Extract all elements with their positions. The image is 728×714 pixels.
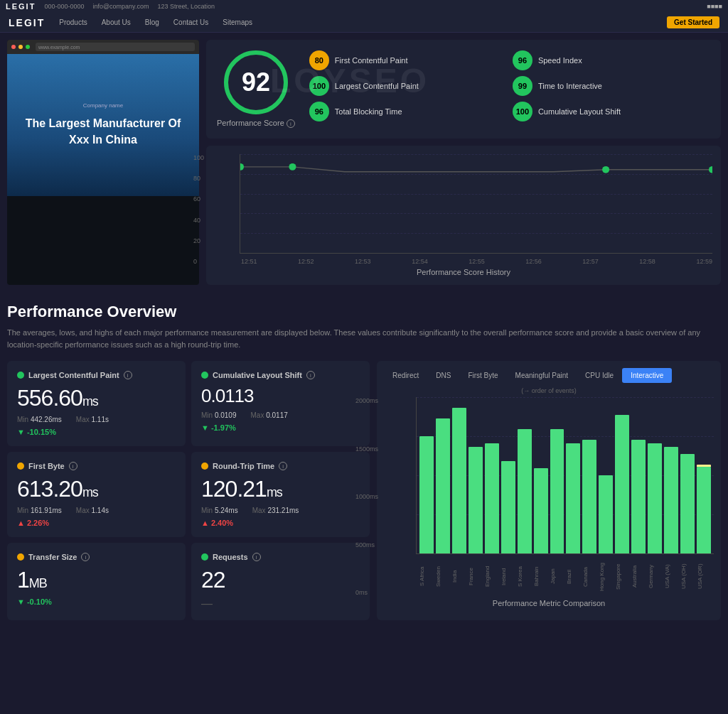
x-label-canada: Canada bbox=[582, 557, 596, 596]
bar-australia bbox=[631, 440, 646, 553]
tbt-badge: 96 bbox=[309, 102, 329, 121]
cta-button[interactable]: Get Started bbox=[667, 16, 719, 28]
svg-point-1 bbox=[289, 163, 296, 171]
card-title-lcp: Largest Contentful Paint bbox=[28, 371, 119, 379]
metric-cls: 100 Cumulative Layout Shift bbox=[513, 102, 710, 121]
phone: 000-000-0000 bbox=[44, 3, 84, 10]
fcp-label: First Contentful Paint bbox=[335, 56, 408, 65]
card-value-req: 22 bbox=[201, 567, 360, 593]
bar-germany bbox=[648, 443, 662, 553]
x-label-brazil: Brazil bbox=[566, 557, 580, 596]
card-info-cls[interactable]: i bbox=[306, 371, 315, 379]
si-badge: 96 bbox=[513, 50, 532, 70]
bar-usa-oh bbox=[680, 454, 695, 553]
bar-chart-container: 2000ms 1500ms 1000ms 500ms 0ms bbox=[384, 397, 714, 596]
x-label-s-korea: S Korea bbox=[517, 557, 531, 596]
card-fb: First Byte i 613.20ms Min 161.91ms Max 1… bbox=[7, 452, 186, 537]
lcp-badge: 100 bbox=[309, 76, 329, 96]
card-req: Requests i 22 — bbox=[191, 543, 370, 620]
card-dot-rtt bbox=[201, 463, 208, 470]
metric-fcp: 80 First Contentful Paint bbox=[309, 50, 507, 70]
metrics-grid: 80 First Contentful Paint 96 Speed Index… bbox=[309, 50, 710, 121]
cls-badge: 100 bbox=[513, 102, 532, 121]
card-change-lcp: ▼ -10.15% bbox=[17, 428, 176, 436]
comparison-chart: Redirect DNS First Byte Meaningful Paint… bbox=[377, 361, 721, 620]
card-value-lcp: 556.60ms bbox=[17, 385, 176, 411]
x-label-sweden: Sweden bbox=[435, 557, 449, 596]
bar-brazil bbox=[566, 443, 580, 553]
card-cls: Cumulative Layout Shift i 0.0113 Min 0.0… bbox=[191, 361, 370, 446]
card-value-fb: 613.20ms bbox=[17, 476, 176, 502]
score-history-chart: 100 80 60 40 20 0 bbox=[206, 146, 721, 285]
card-change-ts: ▼ -0.10% bbox=[17, 597, 176, 606]
bar-england bbox=[485, 443, 499, 553]
card-change-req: — bbox=[201, 597, 360, 610]
bar-y-labels: 2000ms 1500ms 1000ms 500ms 0ms bbox=[355, 397, 378, 596]
top-bar: LEGIT 000-000-0000 info@company.com 123 … bbox=[0, 0, 728, 13]
x-label-singapore: Singapore bbox=[615, 557, 629, 596]
bar-usa-va bbox=[664, 447, 678, 553]
nav-blog[interactable]: Blog bbox=[145, 18, 159, 26]
card-info-lcp[interactable]: i bbox=[124, 371, 132, 379]
nav-about[interactable]: About Us bbox=[102, 18, 131, 26]
perf-overview: Performance Overview The averages, lows,… bbox=[0, 292, 728, 350]
tab-first-byte[interactable]: First Byte bbox=[459, 368, 506, 383]
card-info-req[interactable]: i bbox=[252, 553, 261, 561]
tab-redirect[interactable]: Redirect bbox=[384, 368, 427, 383]
x-label-india: India bbox=[451, 557, 466, 596]
nav-sitemaps[interactable]: Sitemaps bbox=[223, 18, 252, 26]
score-section: 92 Performance Score i 80 First Contentf… bbox=[206, 40, 721, 139]
nav-bar: LEGIT Products About Us Blog Contact Us … bbox=[0, 13, 728, 33]
card-change-rtt: ▲ 2.40% bbox=[201, 519, 360, 527]
score-info-icon[interactable]: i bbox=[287, 119, 295, 128]
svg-point-0 bbox=[240, 163, 244, 171]
tab-interactive[interactable]: Interactive bbox=[622, 368, 672, 383]
tab-dns[interactable]: DNS bbox=[427, 368, 459, 383]
chart-title: Performance Score History bbox=[215, 268, 712, 276]
nav-logo[interactable]: LEGIT bbox=[9, 17, 45, 28]
company-label: Company name bbox=[83, 102, 123, 109]
metric-si: 96 Speed Index bbox=[513, 50, 710, 70]
x-label-france: France bbox=[468, 557, 482, 596]
card-dot-fb bbox=[17, 463, 24, 470]
bar-s-korea bbox=[518, 429, 532, 553]
card-value-ts: 1MB bbox=[17, 567, 176, 593]
card-title-ts: Transfer Size bbox=[28, 553, 77, 561]
bar-france bbox=[469, 447, 483, 553]
nav-products[interactable]: Products bbox=[59, 18, 87, 26]
url-bar: www.example.com bbox=[36, 43, 195, 51]
card-rtt: Round-Trip Time i 120.21ms Min 5.24ms Ma… bbox=[191, 452, 370, 537]
card-dot-lcp bbox=[17, 372, 24, 379]
x-label-usa-or: USA (OR) bbox=[697, 557, 711, 596]
site-preview: www.example.com Company name The Largest… bbox=[7, 40, 199, 285]
tab-cpu-idle[interactable]: CPU Idle bbox=[577, 368, 622, 383]
bar-sweden bbox=[436, 418, 450, 553]
si-label: Speed Index bbox=[538, 56, 582, 65]
browser-dot-red bbox=[11, 45, 16, 49]
card-info-fb[interactable]: i bbox=[69, 462, 77, 470]
svg-point-2 bbox=[602, 166, 609, 173]
card-lcp: Largest Contentful Paint i 556.60ms Min … bbox=[7, 361, 186, 446]
card-info-ts[interactable]: i bbox=[81, 553, 90, 561]
score-circle: 92 bbox=[224, 50, 288, 114]
fcp-badge: 80 bbox=[309, 50, 329, 70]
x-label-bahrain: Bahrain bbox=[533, 557, 547, 596]
x-label-germany: Germany bbox=[648, 557, 662, 596]
tti-label: Time to Interactive bbox=[538, 82, 602, 90]
x-label-hong-kong: Hong Kong bbox=[599, 557, 613, 596]
score-circle-wrap: 92 Performance Score i bbox=[217, 50, 295, 128]
card-value-cls: 0.0113 bbox=[201, 385, 360, 407]
nav-contact[interactable]: Contact Us bbox=[173, 18, 208, 26]
card-dot-ts bbox=[17, 553, 24, 561]
tab-meaningful-paint[interactable]: Meaningful Paint bbox=[507, 368, 577, 383]
x-label-usa-va: USA (VA) bbox=[664, 557, 678, 596]
bar-ireland bbox=[501, 461, 515, 553]
card-info-rtt[interactable]: i bbox=[279, 462, 287, 470]
comparison-tabs: Redirect DNS First Byte Meaningful Paint… bbox=[384, 368, 714, 383]
comp-title: Performance Metric Comparison bbox=[384, 599, 714, 607]
score-label: Performance Score i bbox=[217, 119, 295, 128]
browser-chrome: www.example.com bbox=[7, 40, 199, 54]
overview-description: The averages, lows, and highs of each ma… bbox=[7, 327, 721, 350]
metric-cards: Largest Contentful Paint i 556.60ms Min … bbox=[7, 361, 370, 620]
chart-svg bbox=[240, 154, 712, 253]
